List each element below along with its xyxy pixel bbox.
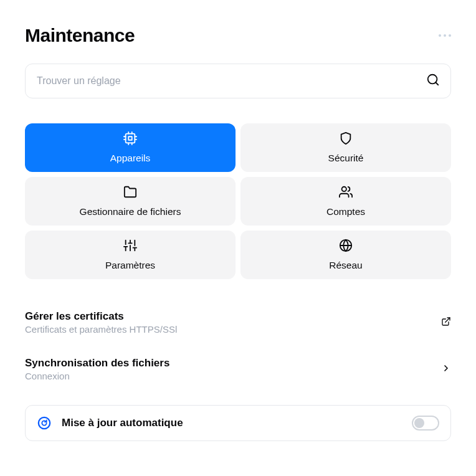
shield-icon [339,131,353,148]
auto-update-toggle[interactable] [412,416,439,431]
tile-network[interactable]: Réseau [240,231,451,279]
tile-settings[interactable]: Paramètres [25,231,236,279]
refresh-icon [37,416,52,431]
folder-icon [123,185,137,201]
tile-label: Gestionnaire de fichiers [80,206,181,217]
svg-point-12 [342,187,346,191]
list-item-subtitle: Certificats et paramètres HTTPS/SSl [25,324,177,335]
more-icon[interactable] [439,34,451,37]
list-item-subtitle: Connexion [25,371,169,381]
svg-rect-2 [126,134,135,143]
tile-security[interactable]: Sécurité [240,123,451,172]
category-grid: Appareils Sécurité Gestionnaire de fichi… [25,123,451,279]
svg-point-25 [39,417,50,429]
toggle-knob [414,418,424,428]
tile-label: Réseau [329,260,362,271]
tile-devices[interactable]: Appareils [25,123,236,172]
search-container [25,64,451,98]
tile-label: Paramètres [105,260,155,271]
list-item-file-sync[interactable]: Synchronisation des fichiers Connexion [25,348,451,395]
sliders-icon [123,239,137,255]
globe-icon [339,239,353,255]
list-item-title: Gérer les certificats [25,310,177,323]
svg-line-24 [445,318,450,322]
tile-file-manager[interactable]: Gestionnaire de fichiers [25,177,236,226]
external-link-icon [441,317,451,329]
tile-accounts[interactable]: Comptes [240,177,451,226]
list-item-certificates[interactable]: Gérer les certificats Certificats et par… [25,302,451,348]
chevron-right-icon [441,363,451,376]
page-title: Maintenance [25,25,135,46]
svg-line-1 [436,82,438,85]
auto-update-row: Mise à jour automatique [25,405,451,441]
tile-label: Comptes [326,206,365,217]
tile-label: Appareils [110,153,151,164]
list-item-title: Synchronisation des fichiers [25,357,169,369]
users-icon [339,185,353,201]
search-input[interactable] [25,64,451,98]
auto-update-label: Mise à jour automatique [62,417,402,429]
tile-label: Sécurité [328,153,364,164]
svg-rect-3 [128,136,132,140]
search-icon[interactable] [426,73,440,89]
cpu-icon [123,131,137,148]
